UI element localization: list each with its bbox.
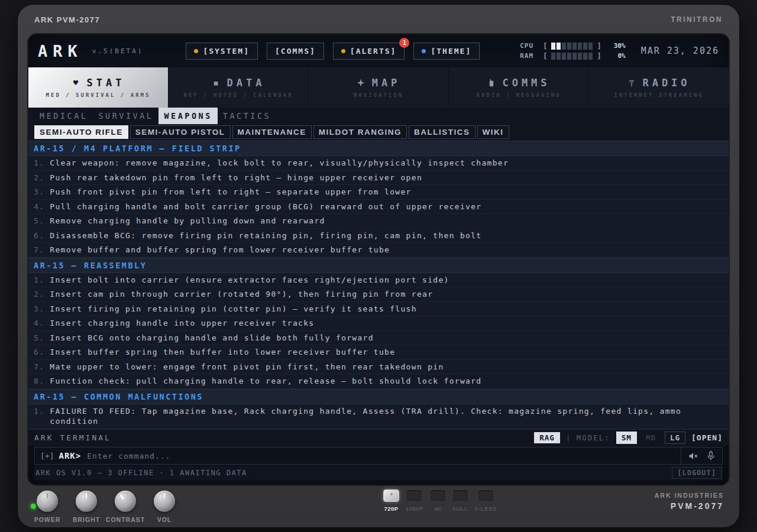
list-item-text: Push front pivot pin from left to right … [50,187,723,197]
tab-subtitle: REF / NOTES / CALENDAR [183,92,293,98]
list-item-text: Disassemble BCG: remove firing pin retai… [50,231,723,241]
microphone-icon[interactable] [707,451,715,461]
tab-title: RADIO [627,77,690,89]
terminal-title: ARK TERMINAL [34,433,111,442]
list-item-number: 2. [34,173,44,183]
knob-pointer [119,494,124,499]
subnav-item-survival[interactable]: SURVIVAL [93,108,158,124]
knob-pointer [164,493,166,498]
bright-knob[interactable] [76,491,97,512]
list-item: 2.Push rear takedown pin from left to ri… [28,171,729,186]
subnav-item-tactics[interactable]: TACTICS [218,108,276,124]
list-item: 4.Pull charging handle and bolt carrier … [28,200,729,215]
rag-toggle-button[interactable]: RAG [534,432,560,443]
walkie-talkie-icon [487,79,496,87]
section-header: AR-15 — REASSEMBLY [28,258,729,273]
meter-bracket: ] [597,42,601,50]
comms-button[interactable]: [COMMS] [267,43,324,60]
list-item: 7.Mate upper to lower: engage front pivo… [28,360,729,375]
tab-title: ■DATA [212,77,266,89]
contrast-knob[interactable] [115,491,136,512]
list-item-text: Function check: pull charging handle to … [50,376,723,387]
power-knob[interactable] [37,491,58,512]
open-terminal-button[interactable]: [OPEN] [691,433,723,442]
meter-segment [562,43,566,50]
res-option-4k: 4K [430,489,446,512]
theme-button[interactable]: [THEME] [413,43,480,60]
list-item-text: Insert BCG onto charging handle and slid… [50,333,723,343]
list-item: 3.Push front pivot pin from left to righ… [28,185,729,200]
knob-vol: VOL [154,491,175,523]
knob-label: VOL [157,516,172,523]
section-header: AR-15 — COMMON MALFUNCTIONS [28,389,729,404]
list-item-number: 1. [34,275,44,286]
doc-tab-semi-auto-pistol[interactable]: SEMI-AUTO PISTOL [130,125,231,139]
knob-label: CONTRAST [106,516,145,523]
f-less-button[interactable] [478,489,494,502]
full-button[interactable] [452,489,468,502]
model-button-md[interactable]: MD [640,432,661,444]
doc-tab-maintenance[interactable]: MAINTENANCE [232,125,312,139]
muted-speaker-icon[interactable] [688,452,698,460]
meter-segment [567,53,571,60]
tab-map[interactable]: MAPNAVIGATION [309,67,449,108]
res-button-label: F-LESS [475,505,497,512]
list-item-number: 3. [34,187,44,197]
meter-segment [551,43,555,50]
alerts-button[interactable]: [ALERTS]1 [333,43,405,60]
meter-segments [551,43,593,50]
doc-tab-ballistics[interactable]: BALLISTICS [409,125,475,139]
subnav-item-weapons[interactable]: WEAPONS [158,108,217,124]
doc-tab-mildot-ranging[interactable]: MILDOT RANGING [313,125,407,139]
antenna-icon [627,79,636,87]
tab-stat[interactable]: ♥STATMED / SURVIVAL / ARMS [28,67,169,108]
meter-segment [578,43,582,50]
bezel-top-strip: ARK PVM-2077 TRINITRON [18,5,739,34]
header-button-label: [THEME] [431,47,471,56]
list-item: 1.Clear weapon: remove magazine, lock bo… [28,156,729,171]
list-item-number: 1. [34,158,44,168]
terminal-separator: | [566,433,571,442]
list-item: 1.Insert bolt into carrier (ensure extra… [28,273,729,288]
logout-button[interactable]: [LOGOUT] [672,467,722,479]
model-button-lg[interactable]: LG [665,432,685,444]
compass-icon [357,79,365,87]
tab-label: MAP [372,77,401,89]
subnav-item-medical[interactable]: MEDICAL [34,108,93,124]
tab-radio[interactable]: RADIOINTERNET STREAMING [589,67,729,108]
meter-label: CPU [520,42,539,50]
meter-bracket: ] [597,52,601,60]
system-button[interactable]: [SYSTEM] [186,43,258,60]
list-item: 5.Remove charging handle by pulling down… [28,214,729,229]
tab-subtitle: NAVIGATION [354,92,403,98]
command-input[interactable] [87,447,681,464]
list-item-text: Push rear takedown pin from left to righ… [50,173,723,183]
add-command-button[interactable]: [+] [35,452,59,460]
meter-percent: 30% [606,42,626,50]
tab-data[interactable]: ■DATAREF / NOTES / CALENDAR [169,67,309,108]
vol-knob[interactable] [154,491,175,512]
meter-bracket: [ [543,52,547,60]
model-button-sm[interactable]: SM [616,432,637,444]
meter-segment [572,53,577,60]
1080p-button[interactable] [406,489,422,502]
res-button-label: 720P [384,505,398,512]
list-item-number: 1. [34,406,44,427]
meter-segment [583,43,587,50]
4k-button[interactable] [430,489,446,502]
cpu-meter: CPU[]30% [520,42,625,50]
doc-tab-wiki[interactable]: WIKI [477,125,509,139]
meter-segment [562,53,566,60]
meter-segment [557,53,561,60]
doc-tab-semi-auto-rifle[interactable]: SEMI-AUTO RIFLE [34,125,128,139]
header-button-group: [SYSTEM][COMMS][ALERTS]1[THEME] [186,43,480,60]
tab-comms[interactable]: COMMSRADIO / MESSAGING [449,67,589,108]
status-dot-icon [341,49,345,53]
resolution-buttons: 720P1080P4KFULLF-LESS [383,489,497,512]
bezel-model-label: ARK PVM-2077 [34,15,100,24]
720p-button[interactable] [383,489,399,502]
meter-segment [588,43,593,50]
header-button-label: [COMMS] [275,47,316,56]
list-item-text: Remove buffer and buffer spring from low… [50,245,723,255]
command-input-row: [+] ARK> [34,447,723,465]
